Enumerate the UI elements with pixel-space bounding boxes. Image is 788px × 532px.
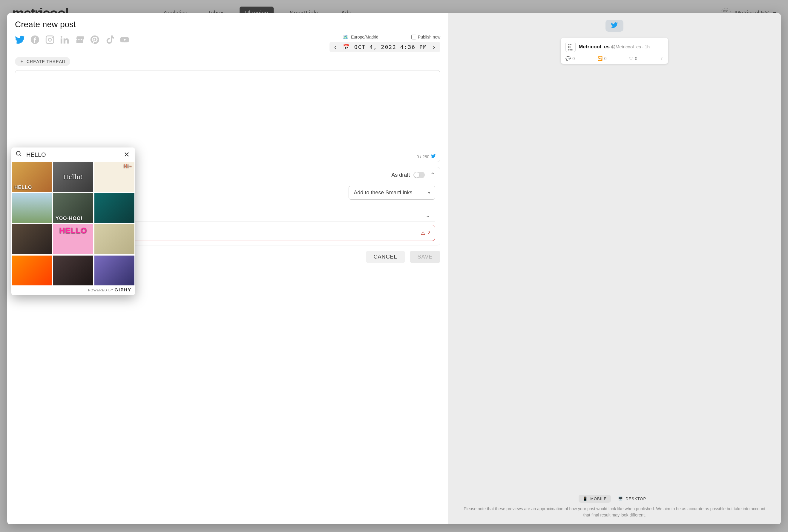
plus-icon: ＋ bbox=[20, 59, 24, 64]
gif-result[interactable] bbox=[53, 255, 93, 286]
desktop-icon: 🖥️ bbox=[618, 496, 623, 501]
gif-caption: YOO-HOO! bbox=[56, 216, 83, 221]
reply-icon: 💬 bbox=[566, 56, 571, 61]
calendar-icon: 📅 bbox=[343, 44, 350, 50]
device-desktop-button[interactable]: 🖥️ DESKTOP bbox=[614, 495, 650, 503]
smartlinks-placeholder: Add to these SmartLinks bbox=[354, 189, 412, 196]
char-count-value: 0 / 280 bbox=[416, 154, 429, 159]
pinterest-icon[interactable] bbox=[90, 35, 100, 45]
share-icon: ⇪ bbox=[660, 56, 664, 61]
device-toggle: 📱 MOBILE 🖥️ DESKTOP bbox=[578, 495, 650, 503]
preview-like: ♡0 bbox=[629, 56, 637, 61]
timezone-label: Europe/Madrid bbox=[351, 35, 378, 39]
draft-toggle[interactable] bbox=[413, 172, 425, 178]
preview-avatar: metricool bbox=[566, 42, 576, 52]
mobile-icon: 📱 bbox=[583, 496, 588, 501]
gif-caption: HELLO bbox=[59, 226, 87, 235]
gif-search-input[interactable] bbox=[26, 151, 118, 158]
gif-caption: Hello! bbox=[63, 173, 83, 181]
gif-results-grid: HELLOHello!Hi~YOO-HOO!HELLO bbox=[11, 162, 135, 285]
datetime-picker[interactable]: ‹ 📅 OCT 4, 2022 4:36 PM › bbox=[330, 42, 440, 52]
preview-share: ⇪ bbox=[660, 56, 664, 61]
publish-now-checkbox[interactable] bbox=[411, 35, 416, 39]
preview-retweet: 🔁0 bbox=[597, 56, 607, 61]
gif-result[interactable] bbox=[12, 224, 52, 254]
publish-now-toggle[interactable]: Publish now bbox=[411, 35, 440, 39]
search-icon bbox=[16, 150, 22, 159]
gif-caption: HELLO bbox=[14, 185, 32, 190]
gif-result[interactable] bbox=[94, 255, 134, 286]
tweet-preview-card: metricool Metricool_es @Metricool_es · 1… bbox=[561, 38, 668, 64]
linkedin-icon[interactable] bbox=[60, 35, 70, 45]
publish-now-label: Publish now bbox=[418, 35, 440, 39]
device-mobile-label: MOBILE bbox=[590, 496, 607, 501]
gif-result[interactable]: Hi~ bbox=[94, 162, 134, 192]
svg-line-1 bbox=[20, 155, 21, 157]
device-mobile-button[interactable]: 📱 MOBILE bbox=[578, 495, 611, 503]
twitter-icon[interactable] bbox=[15, 35, 25, 45]
preview-pane: metricool Metricool_es @Metricool_es · 1… bbox=[448, 13, 781, 524]
create-thread-button[interactable]: ＋ CREATE THREAD bbox=[15, 57, 70, 66]
save-button[interactable]: SAVE bbox=[410, 251, 440, 263]
preview-reply: 💬0 bbox=[566, 56, 575, 61]
draft-collapse-caret[interactable]: ⌃ bbox=[430, 171, 435, 179]
draft-label: As draft bbox=[391, 172, 410, 178]
preview-network-tab[interactable] bbox=[606, 20, 624, 32]
prev-date-button[interactable]: ‹ bbox=[333, 44, 339, 50]
gif-attrib-brand: GIPHY bbox=[114, 287, 132, 292]
datetime-value: OCT 4, 2022 4:36 PM bbox=[354, 44, 427, 50]
cancel-button[interactable]: CANCEL bbox=[366, 251, 405, 263]
retweet-icon: 🔁 bbox=[597, 56, 603, 61]
gif-attribution: POWERED BY GIPHY bbox=[11, 285, 135, 295]
gif-result[interactable]: YOO-HOO! bbox=[53, 193, 93, 223]
gif-result[interactable] bbox=[12, 255, 52, 286]
youtube-icon[interactable] bbox=[119, 35, 130, 45]
device-desktop-label: DESKTOP bbox=[626, 496, 646, 501]
preview-handle: @Metricool_es · 1h bbox=[611, 44, 650, 49]
gif-result[interactable] bbox=[94, 193, 134, 223]
tiktok-icon[interactable] bbox=[104, 35, 115, 45]
heart-icon: ♡ bbox=[629, 56, 633, 61]
next-date-button[interactable]: › bbox=[431, 44, 438, 50]
gif-result[interactable]: Hello! bbox=[53, 162, 93, 192]
gif-attrib-prefix: POWERED BY bbox=[88, 288, 113, 292]
create-thread-label: CREATE THREAD bbox=[26, 59, 65, 64]
extra-collapse-caret[interactable]: ⌄ bbox=[426, 212, 430, 219]
facebook-icon[interactable] bbox=[30, 35, 40, 45]
gif-picker: ✕ HELLOHello!Hi~YOO-HOO!HELLO POWERED BY… bbox=[11, 147, 135, 295]
char-count: 0 / 280 bbox=[416, 154, 436, 159]
gif-caption: Hi~ bbox=[124, 164, 132, 169]
error-count: 2 bbox=[428, 230, 430, 236]
preview-actions: 💬0 🔁0 ♡0 ⇪ bbox=[566, 56, 664, 61]
preview-disclaimer: Please note that these previews are an a… bbox=[453, 506, 775, 518]
gmb-icon[interactable] bbox=[75, 35, 85, 45]
gif-search-row: ✕ bbox=[11, 147, 135, 162]
gif-close-button[interactable]: ✕ bbox=[122, 150, 131, 159]
instagram-icon[interactable] bbox=[45, 35, 55, 45]
gif-result[interactable]: HELLO bbox=[12, 162, 52, 192]
gif-result[interactable] bbox=[94, 224, 134, 254]
svg-point-0 bbox=[16, 151, 20, 155]
warning-icon: ⚠ bbox=[421, 230, 425, 236]
preview-display-name: Metricool_es bbox=[578, 44, 610, 49]
network-selector bbox=[15, 35, 130, 45]
modal-title: Create new post bbox=[15, 20, 440, 29]
create-post-modal: Create new post 🗺️ Europe/Madrid P bbox=[7, 13, 781, 524]
twitter-small-icon bbox=[431, 154, 436, 159]
timezone-icon: 🗺️ bbox=[343, 35, 348, 39]
gif-result[interactable]: HELLO bbox=[53, 224, 93, 254]
smartlinks-select[interactable]: Add to these SmartLinks bbox=[349, 186, 435, 200]
gif-result[interactable] bbox=[12, 193, 52, 223]
